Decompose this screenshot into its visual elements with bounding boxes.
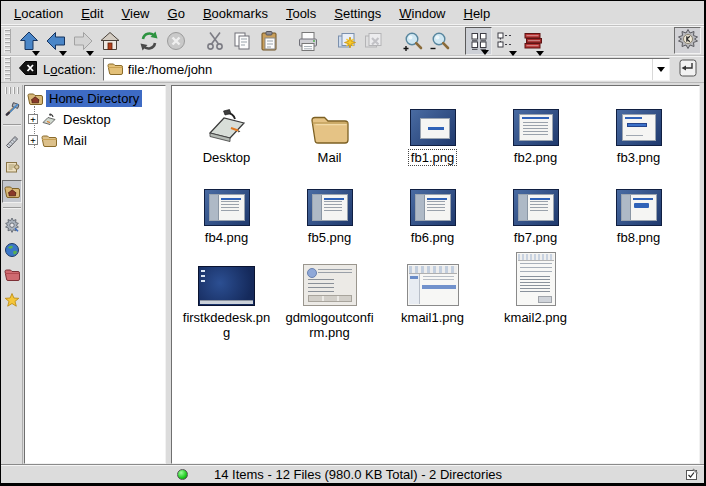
- file-desktop[interactable]: Desktop: [175, 90, 278, 166]
- star-icon: [4, 292, 20, 308]
- print-button[interactable]: [294, 27, 321, 55]
- file-kmail2-png[interactable]: kmail2.png: [484, 250, 587, 341]
- menu-settings[interactable]: Settings: [325, 2, 390, 25]
- stop-button: [162, 27, 189, 55]
- shot-logo-icon: [616, 189, 662, 226]
- menu-location[interactable]: Location: [5, 2, 72, 25]
- file-fb1-png[interactable]: fb1.png: [381, 90, 484, 166]
- shot-progress-icon: [616, 109, 662, 146]
- home-folder-icon: [4, 184, 20, 199]
- go-button[interactable]: [675, 57, 700, 81]
- home-button[interactable]: [96, 27, 123, 55]
- shot-desktop-icon: [198, 266, 255, 306]
- file-grid: DesktopMailfb1.pngfb2.pngfb3.pngfb4.pngf…: [172, 86, 699, 341]
- toolbar-drag-handle[interactable]: [4, 29, 11, 53]
- file-firstkdedesk-png[interactable]: firstkdedesk.png: [175, 250, 278, 341]
- location-label: Location:: [43, 62, 96, 77]
- file-fb2-png[interactable]: fb2.png: [484, 90, 587, 166]
- sidebar-tab-bookmarks[interactable]: [2, 288, 22, 311]
- menu-edit[interactable]: Edit: [72, 2, 112, 25]
- sidebar-tab-network[interactable]: [2, 238, 22, 261]
- sidebar-tab-ruler[interactable]: [2, 130, 22, 153]
- close-window-button: [360, 27, 387, 55]
- back-button[interactable]: [42, 27, 69, 55]
- tree-item-mail[interactable]: +Mail: [27, 130, 165, 151]
- up-arrow-icon: [18, 30, 40, 52]
- ruler-icon: [4, 134, 20, 150]
- zoom-in-button[interactable]: [399, 27, 426, 55]
- home-icon: [99, 30, 121, 52]
- shot-kmail-compose-icon: [516, 252, 556, 306]
- throbber: [674, 27, 701, 54]
- file-fb3-png[interactable]: fb3.png: [587, 90, 690, 166]
- file-fb4-png[interactable]: fb4.png: [175, 170, 278, 246]
- file-fb6-png[interactable]: fb6.png: [381, 170, 484, 246]
- copy-icon: [231, 30, 253, 52]
- location-dropdown-button[interactable]: [652, 59, 669, 80]
- up-button[interactable]: [15, 27, 42, 55]
- forward-arrow-icon: [72, 30, 94, 52]
- clear-location-button[interactable]: [15, 57, 41, 81]
- file-fb5-png[interactable]: fb5.png: [278, 170, 381, 246]
- services-icon: [4, 217, 20, 233]
- kde-gear-icon: [677, 28, 699, 53]
- location-input[interactable]: [128, 62, 652, 77]
- file-kmail1-png[interactable]: kmail1.png: [381, 250, 484, 341]
- dropdown-arrow-icon: [481, 50, 489, 55]
- detail-view-button[interactable]: [519, 27, 546, 55]
- new-window-button[interactable]: [333, 27, 360, 55]
- folder-icon: [107, 62, 123, 76]
- tabstrip-separator: [3, 207, 21, 209]
- sidebar-tab-services[interactable]: [2, 213, 22, 236]
- tree-view-icon: [495, 30, 517, 52]
- sidebar-tab-tools[interactable]: [2, 97, 22, 120]
- shot-wizard-icon: [204, 189, 250, 226]
- paste-icon: [258, 30, 280, 52]
- menu-view[interactable]: View: [113, 2, 159, 25]
- menubar: LocationEditViewGoBookmarksToolsSettings…: [1, 1, 704, 26]
- icon-view-button[interactable]: [465, 27, 492, 55]
- statusbar: 14 Items - 12 Files (980.0 KB Total) - 2…: [1, 464, 704, 483]
- shot-wizard-icon: [307, 189, 353, 226]
- paste-button[interactable]: [255, 27, 282, 55]
- expand-plus-icon[interactable]: +: [28, 114, 38, 124]
- tree-view-button[interactable]: [492, 27, 519, 55]
- folder-icon: [310, 114, 350, 146]
- desktop-small-icon: [41, 112, 57, 127]
- file-gdmlogoutconfirm-png[interactable]: gdmlogoutconfirm.png: [278, 250, 381, 341]
- back-arrow-icon: [45, 30, 67, 52]
- dropdown-arrow-icon: [509, 51, 517, 56]
- clear-location-icon: [17, 57, 39, 82]
- overwrite-settings-icon[interactable]: [685, 467, 699, 481]
- copy-button[interactable]: [228, 27, 255, 55]
- file-fb7-png[interactable]: fb7.png: [484, 170, 587, 246]
- menu-go[interactable]: Go: [159, 2, 194, 25]
- tree-item-desktop[interactable]: +Desktop: [27, 109, 165, 130]
- scissors-icon: [204, 30, 226, 52]
- konqueror-window: LocationEditViewGoBookmarksToolsSettings…: [0, 0, 706, 486]
- sidebar-drag-handle[interactable]: [5, 87, 19, 94]
- menu-window[interactable]: Window: [390, 2, 454, 25]
- location-combo: [103, 58, 670, 81]
- status-led-icon: [177, 469, 188, 480]
- home-folder-icon: [27, 91, 43, 106]
- reload-button[interactable]: [135, 27, 162, 55]
- sidebar-tab-root-directory[interactable]: [2, 263, 22, 286]
- dropdown-arrow-icon: [32, 51, 40, 56]
- sidebar-tab-history[interactable]: [2, 155, 22, 178]
- locationbar-drag-handle[interactable]: [4, 57, 11, 81]
- menu-bookmarks[interactable]: Bookmarks: [194, 2, 277, 25]
- cut-button[interactable]: [201, 27, 228, 55]
- tree-item-home-directory[interactable]: Home Directory: [27, 88, 165, 109]
- menu-tools[interactable]: Tools: [277, 2, 325, 25]
- menu-help[interactable]: Help: [455, 2, 500, 25]
- zoom-out-button[interactable]: [426, 27, 453, 55]
- file-mail[interactable]: Mail: [278, 90, 381, 166]
- stop-icon: [165, 30, 187, 52]
- shot-dialog-blue-icon: [410, 109, 456, 146]
- expand-plus-icon[interactable]: +: [28, 135, 38, 145]
- file-fb8-png[interactable]: fb8.png: [587, 170, 690, 246]
- printer-icon: [297, 30, 319, 52]
- sidebar-tab-home-directory[interactable]: [2, 180, 22, 203]
- folder-small-icon: [41, 134, 57, 148]
